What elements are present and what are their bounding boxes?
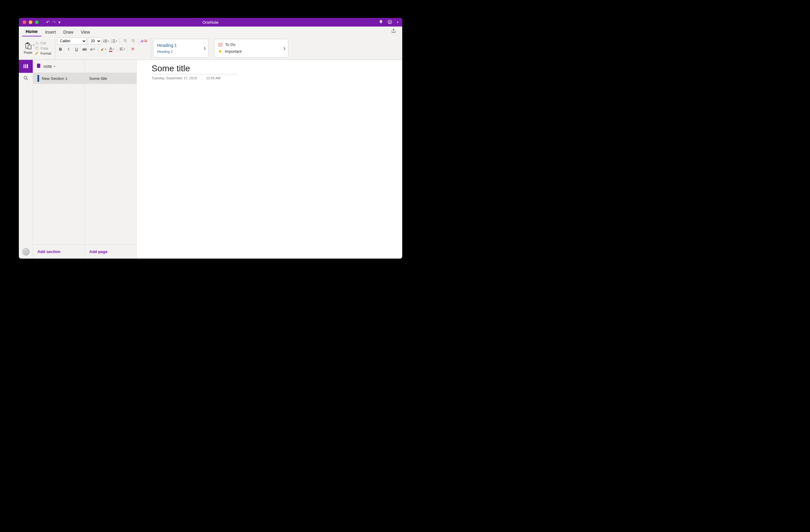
feedback-dropdown-icon[interactable]: ▾ [397,21,399,24]
clipboard-group: Paste ▾ Cut Copy Format [22,38,53,58]
copy-button[interactable]: Copy [35,46,51,50]
cut-button[interactable]: Cut [35,41,51,45]
chevron-down-icon: ▾ [113,48,114,51]
titlebar-right: ▾ [379,19,399,25]
chevron-down-icon: ▾ [94,48,95,51]
svg-rect-15 [105,42,107,42]
cut-label: Cut [40,41,46,45]
notebooks-button[interactable] [19,60,33,73]
tab-view[interactable]: View [77,28,94,36]
svg-rect-19 [113,39,115,40]
svg-point-2 [390,21,390,22]
page-time[interactable]: 12:55 AM [206,76,221,80]
tags-gallery[interactable]: To Do ★ Important ❯ [214,39,288,57]
chevron-right-icon[interactable]: ❯ [283,46,286,50]
svg-rect-5 [28,45,31,49]
svg-point-1 [389,21,389,22]
separator [128,46,128,52]
font-group: Calibri 20 ▾ 123 ▾ A [55,38,149,58]
bold-button[interactable]: B [57,46,64,52]
clear-formatting-button[interactable]: A⌫ [141,38,147,45]
delete-button[interactable]: ✕ [130,46,136,52]
ribbon: Paste ▾ Cut Copy Format [19,36,402,60]
chevron-down-icon: ▾ [105,48,106,51]
underline-button[interactable]: U [73,46,80,52]
svg-text:3: 3 [111,41,112,43]
tab-insert[interactable]: Insert [42,28,60,36]
page-date[interactable]: Tuesday, September 17, 2019 [151,76,197,80]
undo-button[interactable]: ↶ [46,20,50,25]
alignment-button[interactable]: ▾ [119,46,126,52]
close-window-button[interactable] [22,20,26,24]
chevron-down-icon: ▾ [54,65,55,68]
svg-point-0 [388,20,392,24]
styles-group: Heading 1 Heading 2 ❯ [151,38,211,58]
format-painter-button[interactable]: Format [35,51,51,55]
section-item[interactable]: New Section 1 [33,73,85,84]
maximize-window-button[interactable] [35,20,38,24]
search-button[interactable] [23,75,29,82]
redo-button[interactable]: ↷ [52,20,56,25]
strikethrough-button[interactable]: ab [81,46,88,52]
highlight-button[interactable]: ▾ [100,46,107,52]
svg-rect-26 [133,41,134,41]
tab-home[interactable]: Home [22,27,42,36]
numbering-button[interactable]: 123 ▾ [111,38,118,45]
font-color-button[interactable]: A ▾ [108,46,115,52]
svg-rect-21 [113,42,115,43]
quick-access-toolbar: ↶ ↷ ▾ [46,20,61,25]
tag-todo[interactable]: To Do [218,41,284,48]
add-page-button[interactable]: Add page [85,244,136,259]
font-family-select[interactable]: Calibri [57,38,87,45]
separator [138,38,139,44]
italic-button[interactable]: I [65,46,72,52]
style-heading-2[interactable]: Heading 2 [157,50,205,53]
separator [119,38,120,44]
nav-rail [19,60,33,259]
svg-rect-27 [133,41,134,42]
notebook-selector[interactable]: note ▾ [33,60,85,73]
feedback-icon[interactable] [387,19,392,25]
chevron-right-icon[interactable]: ❯ [204,46,206,50]
titlebar: ↶ ↷ ▾ OneNote ▾ [19,18,402,27]
page-item-title: Some title [89,76,107,81]
paste-button[interactable]: Paste [24,42,34,54]
subscript-button[interactable]: x2▾ [89,46,96,52]
qat-customize-button[interactable]: ▾ [58,20,61,25]
outdent-button[interactable] [122,38,128,45]
page-meta: Tuesday, September 17, 2019 12:55 AM [151,76,387,80]
app-window: ↶ ↷ ▾ OneNote ▾ Home Insert Draw View [19,18,402,259]
format-painter-label: Format [40,52,51,55]
content-body: note ▾ New Section 1 Add section Some ti… [19,60,402,259]
svg-rect-23 [125,41,127,41]
sections-column: note ▾ New Section 1 Add section [33,60,85,259]
ribbon-tabs: Home Insert Draw View [19,27,402,36]
account-avatar[interactable] [22,248,30,255]
add-section-button[interactable]: Add section [33,244,85,259]
copy-label: Copy [40,46,48,50]
font-size-select[interactable]: 20 [88,38,101,45]
style-heading-1[interactable]: Heading 1 [157,43,205,48]
tag-important[interactable]: ★ Important [218,48,284,55]
tab-draw[interactable]: Draw [60,28,77,36]
svg-rect-30 [120,49,122,49]
svg-point-10 [104,39,104,40]
minimize-window-button[interactable] [29,20,32,24]
bullets-button[interactable]: ▾ [103,38,110,45]
page-item[interactable]: Some title [85,73,136,84]
paste-dropdown-icon[interactable]: ▾ [33,44,34,47]
notebook-name: note [44,64,52,69]
svg-rect-13 [105,40,107,40]
share-button[interactable] [388,27,399,36]
star-icon: ★ [218,49,222,54]
app-title: OneNote [202,20,218,25]
tag-todo-label: To Do [225,42,236,47]
window-controls [22,20,38,24]
chevron-down-icon: ▾ [116,40,117,43]
indent-button[interactable] [130,38,136,45]
svg-rect-20 [113,41,115,41]
page-title-input[interactable]: Some title [151,64,238,74]
notifications-icon[interactable] [379,20,383,25]
styles-gallery[interactable]: Heading 1 Heading 2 ❯ [153,39,209,57]
page-canvas[interactable]: Some title Tuesday, September 17, 2019 1… [137,60,402,259]
